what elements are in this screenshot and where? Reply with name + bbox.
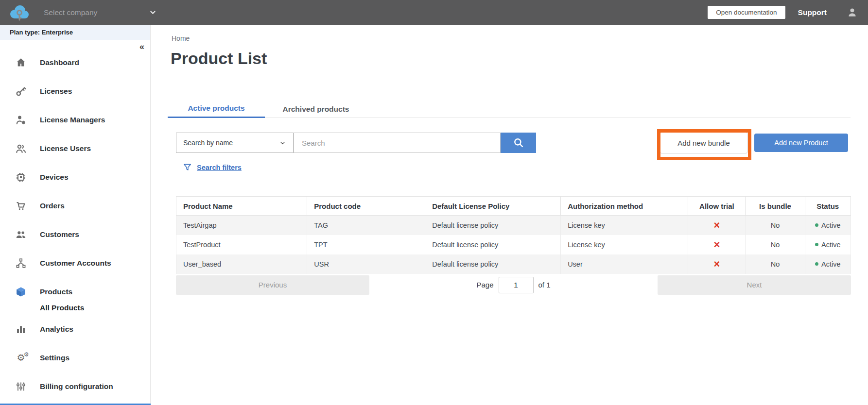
tab-bar: Active products Archived products <box>168 100 851 118</box>
sidebar-item-billing-configuration[interactable]: Billing configuration <box>0 372 150 401</box>
search-bar: Search by name <box>176 133 536 153</box>
company-selector-label: Select company <box>44 8 97 17</box>
sidebar-item-customers[interactable]: Customers <box>0 220 150 249</box>
sidebar: Plan type: Enterprise « Dashboard Licens… <box>0 25 151 405</box>
page-title: Product List <box>171 49 267 68</box>
cell-policy: Default license policy <box>425 254 561 274</box>
status-dot-icon <box>815 262 818 266</box>
page-of-label: of 1 <box>538 281 551 289</box>
status-dot-icon <box>815 223 818 227</box>
cell-auth-method: License key <box>561 216 688 235</box>
user-avatar-icon[interactable] <box>846 6 858 18</box>
cart-icon <box>15 200 27 212</box>
plan-type-banner: Plan type: Enterprise <box>0 25 150 40</box>
sidebar-item-dashboard[interactable]: Dashboard <box>0 48 150 77</box>
chevron-down-icon <box>149 8 157 17</box>
col-product-name: Product Name <box>176 197 307 216</box>
people-icon <box>15 143 27 154</box>
cell-product-code: TPT <box>307 235 425 254</box>
company-selector[interactable]: Select company <box>44 8 157 17</box>
cell-policy: Default license policy <box>425 216 561 235</box>
network-icon <box>15 257 27 269</box>
table-header-row: Product Name Product code Default Licens… <box>176 197 851 216</box>
open-documentation-button[interactable]: Open documentation <box>708 6 785 19</box>
search-icon <box>512 136 525 149</box>
cell-auth-method: License key <box>561 235 688 254</box>
person-gear-icon <box>15 114 27 126</box>
main-content: Home Product List Active products Archiv… <box>151 25 868 405</box>
allow-trial-x-icon: × <box>714 258 720 270</box>
pagination: Previous Page of 1 Next <box>176 275 851 295</box>
support-link[interactable]: Support <box>798 8 827 17</box>
allow-trial-x-icon: × <box>714 238 720 251</box>
page-number-input[interactable] <box>499 277 534 293</box>
table-row[interactable]: TestProduct TPT Default license policy L… <box>176 235 851 254</box>
cell-product-code: TAG <box>307 216 425 235</box>
table-row[interactable]: User_based USR Default license policy Us… <box>176 254 851 274</box>
sidebar-collapse-button[interactable]: « <box>136 41 148 52</box>
status-badge: Active <box>821 221 841 229</box>
home-icon <box>15 57 27 68</box>
col-is-bundle: Is bundle <box>746 197 805 216</box>
status-badge: Active <box>821 260 841 268</box>
bar-chart-icon <box>15 323 27 335</box>
sidebar-item-devices[interactable]: Devices <box>0 163 150 191</box>
cell-product-name: User_based <box>176 254 307 274</box>
chevron-down-icon <box>279 139 286 147</box>
col-product-code: Product code <box>307 197 425 216</box>
sidebar-item-all-products[interactable]: All Products <box>0 301 150 315</box>
add-new-bundle-button[interactable]: Add new bundle <box>660 132 747 153</box>
cube-icon <box>15 286 27 298</box>
allow-trial-x-icon: × <box>714 219 720 231</box>
breadcrumb[interactable]: Home <box>172 34 190 42</box>
sidebar-item-customer-accounts[interactable]: Customer Accounts <box>0 249 150 277</box>
search-filters-link[interactable]: Search filters <box>183 163 242 172</box>
tab-archived-products[interactable]: Archived products <box>265 100 367 118</box>
add-new-product-button[interactable]: Add new Product <box>754 134 848 152</box>
col-status: Status <box>805 197 851 216</box>
app-window: Select company Open documentation Suppor… <box>0 0 868 405</box>
next-page-button[interactable]: Next <box>658 275 851 295</box>
status-badge: Active <box>821 241 841 249</box>
sidebar-item-settings[interactable]: ⚙⚙ Settings <box>0 343 150 372</box>
key-icon <box>15 85 27 97</box>
page-label: Page <box>476 281 493 289</box>
people-filled-icon <box>15 229 27 240</box>
cell-is-bundle: No <box>746 254 805 274</box>
search-field-select-value: Search by name <box>183 139 233 147</box>
gears-icon: ⚙⚙ <box>15 353 27 362</box>
products-table: Product Name Product code Default Licens… <box>176 196 851 274</box>
sidebar-item-license-managers[interactable]: License Managers <box>0 105 150 134</box>
col-default-license-policy: Default License Policy <box>425 197 561 216</box>
chip-icon <box>15 171 27 183</box>
search-input[interactable] <box>294 133 501 153</box>
status-dot-icon <box>815 243 818 246</box>
cell-auth-method: User <box>561 254 688 274</box>
col-allow-trial: Allow trial <box>688 197 746 216</box>
sidebar-item-orders[interactable]: Orders <box>0 191 150 220</box>
cell-product-code: USR <box>307 254 425 274</box>
cell-is-bundle: No <box>746 235 805 254</box>
cloud-key-logo-icon <box>8 3 31 22</box>
cell-product-name: TestProduct <box>176 235 307 254</box>
cell-is-bundle: No <box>746 216 805 235</box>
sidebar-item-analytics[interactable]: Analytics <box>0 315 150 343</box>
sidebar-item-license-users[interactable]: License Users <box>0 134 150 163</box>
sliders-icon <box>15 381 27 392</box>
col-authorization-method: Authorization method <box>561 197 688 216</box>
sidebar-nav: Dashboard Licenses <box>0 40 150 401</box>
cell-product-name: TestAirgap <box>176 216 307 235</box>
previous-page-button[interactable]: Previous <box>176 275 369 295</box>
products-table-container: Product Name Product code Default Licens… <box>176 196 851 295</box>
table-row[interactable]: TestAirgap TAG Default license policy Li… <box>176 216 851 235</box>
topbar: Select company Open documentation Suppor… <box>0 0 868 25</box>
tab-active-products[interactable]: Active products <box>168 100 265 118</box>
cell-policy: Default license policy <box>425 235 561 254</box>
filter-funnel-icon <box>183 163 192 172</box>
search-field-select[interactable]: Search by name <box>176 133 294 153</box>
sidebar-item-licenses[interactable]: Licenses <box>0 77 150 105</box>
search-button[interactable] <box>501 133 536 153</box>
